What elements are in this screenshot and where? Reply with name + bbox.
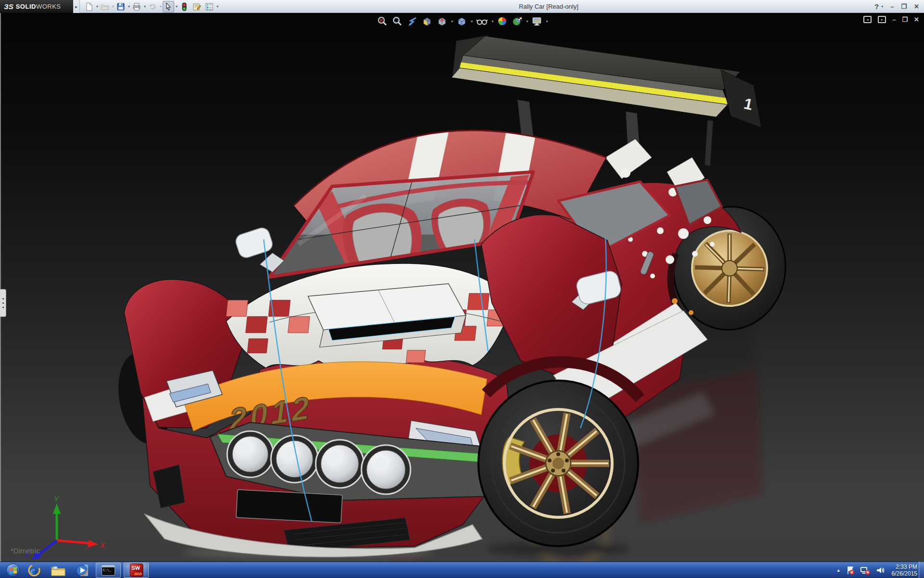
command-prompt-icon: C:\_ [102,565,115,576]
save-button[interactable] [115,1,127,13]
volume-icon[interactable] [875,565,885,575]
view-settings-button[interactable] [531,15,543,27]
taskbar-solidworks[interactable]: SW 2015 [124,563,149,578]
save-dropdown-arrow[interactable]: ▾ [128,4,130,9]
close-button[interactable]: ✕ [914,3,919,10]
view-orientation-button[interactable] [436,15,448,27]
help-dropdown-arrow[interactable]: ▾ [881,4,883,9]
zoom-to-area-icon [392,16,402,26]
apply-scene-icon [512,16,523,26]
save-icon [116,2,125,11]
standard-toolbar: ▾ ▾ ▾ ▾ ▾ ▾ ▾ [83,0,219,13]
taskbar-command-prompt[interactable]: C:\_ [96,563,121,578]
media-player-icon [75,563,90,578]
hide-show-items-dropdown[interactable]: ▾ [491,19,493,24]
brand-glyph: ЗS [4,2,13,11]
zoom-to-area-button[interactable] [391,15,403,27]
show-hidden-icons-button[interactable]: ▲ [836,568,841,573]
action-center-alert-icon[interactable] [846,565,855,575]
title-bar: ЗS SOLIDWORKS ▸ ▾ ▾ ▾ ▾ ▾ ▾ [0,0,924,13]
collapse-arrow-icon: ◂ [2,297,4,300]
open-document-button[interactable] [99,1,111,13]
triad-x-label: X [100,541,105,549]
doc-close-button[interactable]: ✕ [914,16,919,23]
section-view-button[interactable] [421,15,433,27]
document-window-controls: ◂ ▸ – ❐ ✕ [863,16,919,23]
display-style-icon [456,16,467,26]
license-plate [236,489,343,523]
viewport-left-border [0,13,1,562]
apply-scene-button[interactable] [511,15,524,27]
system-tray: ▲ 2:33 PM 6/26/2015 [836,562,917,578]
view-orientation-dropdown[interactable]: ▾ [451,19,453,24]
new-document-button[interactable] [83,1,95,13]
zoom-to-fit-button[interactable] [376,15,388,27]
right-pane-toggle[interactable]: ▸ [878,16,886,23]
3d-car-model[interactable]: 1 [0,13,924,562]
network-disconnected-icon[interactable] [860,565,871,575]
print-button[interactable] [131,1,142,13]
restore-button[interactable]: ❐ [901,3,907,10]
rebuild-button[interactable] [179,1,190,13]
new-dropdown-arrow[interactable]: ▾ [96,4,98,9]
solidworks-icon-year: 2015 [134,572,142,576]
print-icon [132,2,141,11]
display-style-button[interactable] [455,15,468,27]
collapse-arrow-icon: ◂ [2,302,4,304]
menu-expand-arrow[interactable]: ▸ [73,0,80,13]
view-orientation-label: *Dimetric [11,547,40,555]
edit-appearance-button[interactable] [496,15,509,27]
solidworks-window: ЗS SOLIDWORKS ▸ ▾ ▾ ▾ ▾ ▾ ▾ [0,0,924,578]
headsup-view-toolbar: ▾ ▾ ▾ ▾ ▾ [376,15,548,27]
view-settings-dropdown[interactable]: ▾ [546,19,548,24]
previous-view-button[interactable] [406,15,418,27]
left-mirror [234,226,284,272]
brand-name-light: WORKS [36,3,61,10]
options-dropdown-arrow[interactable]: ▾ [217,4,218,9]
start-button[interactable] [4,563,22,578]
svg-text:e: e [30,564,35,576]
rebuild-traffic-light-icon [180,2,189,11]
clock-time: 2:33 PM [892,564,917,570]
new-document-icon [85,2,93,11]
display-style-dropdown[interactable]: ▾ [471,19,473,24]
taskbar-clock[interactable]: 2:33 PM 6/26/2015 [892,564,917,577]
select-dropdown-arrow[interactable]: ▾ [176,4,178,9]
undo-button[interactable] [147,1,158,13]
view-settings-icon [532,16,542,26]
command-prompt-label: C:\_ [103,568,111,572]
minimize-button[interactable]: – [890,3,894,10]
solidworks-2015-icon: SW 2015 [130,564,143,577]
window-controls: ? ▾ – ❐ ✕ [874,0,919,13]
document-title: Rally Car [Read-only] [366,0,732,13]
feature-manager-collapsed-tab[interactable]: ◂ ◂ ◂ [0,289,6,317]
taskbar-internet-explorer[interactable]: e [24,563,45,578]
open-dropdown-arrow[interactable]: ▾ [112,4,114,9]
select-button[interactable] [163,1,174,13]
file-properties-icon [192,2,201,11]
file-properties-button[interactable] [191,1,203,13]
undo-icon [148,2,157,11]
graphics-viewport[interactable]: 1 [0,13,924,562]
options-button[interactable] [204,1,215,13]
collapse-arrow-icon: ◂ [2,306,4,309]
open-document-icon [101,2,109,11]
doc-restore-button[interactable]: ❐ [902,16,908,23]
hood [221,263,512,368]
brand-name-bold: SOLID [16,3,36,10]
undo-dropdown-arrow[interactable]: ▾ [160,4,162,9]
left-pane-toggle[interactable]: ◂ [863,16,872,23]
taskbar-media-player[interactable] [72,563,93,578]
show-desktop-button[interactable] [919,562,924,578]
view-orientation-icon [436,16,447,26]
windows-taskbar: e C:\_ SW 2015 ▲ 2:33 PM [0,562,924,578]
doc-minimize-button[interactable]: – [892,16,896,23]
apply-scene-dropdown[interactable]: ▾ [526,19,528,24]
solidworks-icon-letters: SW [132,565,141,571]
help-button[interactable]: ? [874,2,879,11]
taskbar-windows-explorer[interactable] [48,563,69,578]
triad-y-label: Y [54,495,59,503]
hide-show-items-button[interactable] [475,15,488,27]
select-cursor-icon [164,2,173,11]
print-dropdown-arrow[interactable]: ▾ [144,4,146,9]
